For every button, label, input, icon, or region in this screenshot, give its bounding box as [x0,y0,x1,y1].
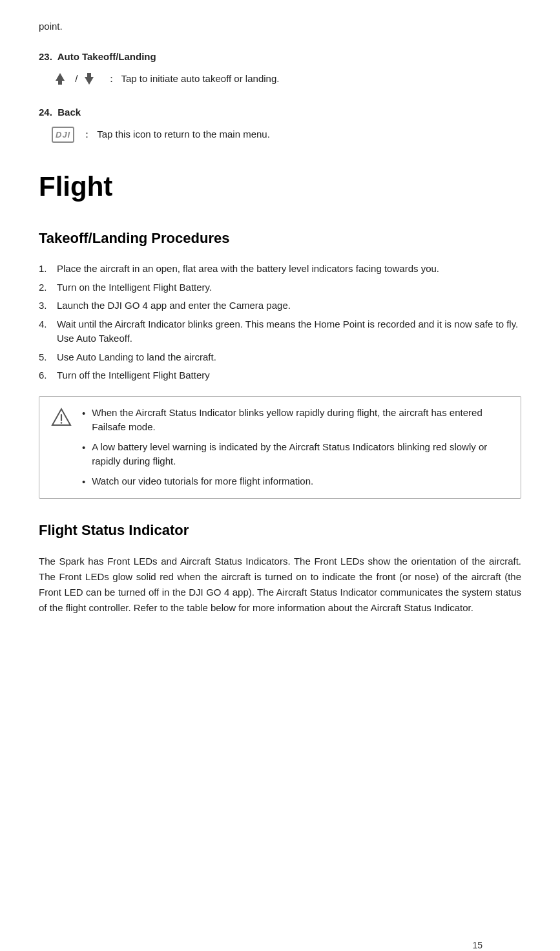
warning-text-1: When the Aircraft Status Indicator blink… [92,406,509,435]
warning-item-1: • When the Aircraft Status Indicator bli… [82,406,509,435]
warning-list: • When the Aircraft Status Indicator bli… [82,406,509,490]
colon-sep-23: ： [107,72,116,87]
step-5-number: 5. [39,350,57,365]
flight-heading: Flight [39,166,521,207]
takeoff-steps-list: 1. Place the aircraft in an open, flat a… [39,262,521,383]
warning-text-3: Watch our video tutorials for more fligh… [92,474,313,489]
page-number: 15 [472,939,482,951]
warning-item-2: • A low battery level warning is indicat… [82,440,509,469]
warning-text-2: A low battery level warning is indicated… [92,440,509,469]
flight-status-heading: Flight Status Indicator [39,519,521,541]
section-24: 24. Back DJI ： Tap this icon to return t… [39,105,521,143]
svg-marker-0 [56,73,65,85]
svg-marker-1 [85,73,94,85]
section-23-title: 23. Auto Takeoff/Landing [39,50,521,65]
takeoff-procedures-heading: Takeoff/Landing Procedures [39,227,521,249]
section-24-title: 24. Back [39,105,521,120]
bullet-1: • [82,406,85,421]
step-3-number: 3. [39,298,57,313]
step-6-text: Turn off the Intelligent Flight Battery [57,368,521,383]
step-1-number: 1. [39,262,57,277]
section-24-icon-row: DJI ： Tap this icon to return to the mai… [52,127,521,143]
dji-logo-icon: DJI [52,127,74,143]
section-23-description: Tap to initiate auto takeoff or landing. [121,72,280,87]
section-23-icon-row: / ： Tap to initiate auto takeoff or land… [52,70,521,87]
bullet-3: • [82,475,85,490]
intro-text: point. [39,19,521,34]
svg-point-4 [61,422,63,424]
step-4-text: Wait until the Aircraft Indicator blinks… [57,317,521,346]
step-2-number: 2. [39,280,57,295]
section-23: 23. Auto Takeoff/Landing / ： Tap to init… [39,50,521,88]
icon-separator: / [72,72,81,87]
step-4-number: 4. [39,317,57,346]
step-2: 2. Turn on the Intelligent Flight Batter… [39,280,521,295]
warning-box: • When the Aircraft Status Indicator bli… [39,396,521,499]
step-5: 5. Use Auto Landing to land the aircraft… [39,350,521,365]
step-2-text: Turn on the Intelligent Flight Battery. [57,280,521,295]
landing-icon [81,70,98,87]
warning-item-3: • Watch our video tutorials for more fli… [82,474,509,490]
warning-triangle-icon [51,407,72,435]
step-3-text: Launch the DJI GO 4 app and enter the Ca… [57,298,521,313]
colon-sep-24: ： [82,127,92,142]
step-5-text: Use Auto Landing to land the aircraft. [57,350,521,365]
flight-status-paragraph: The Spark has Front LEDs and Aircraft St… [39,554,521,616]
section-24-description: Tap this icon to return to the main menu… [97,127,270,142]
step-1-text: Place the aircraft in an open, flat area… [57,262,521,277]
step-6: 6. Turn off the Intelligent Flight Batte… [39,368,521,383]
step-1: 1. Place the aircraft in an open, flat a… [39,262,521,277]
step-6-number: 6. [39,368,57,383]
step-3: 3. Launch the DJI GO 4 app and enter the… [39,298,521,313]
step-4: 4. Wait until the Aircraft Indicator bli… [39,317,521,346]
bullet-2: • [82,441,85,455]
takeoff-icon [52,70,68,87]
